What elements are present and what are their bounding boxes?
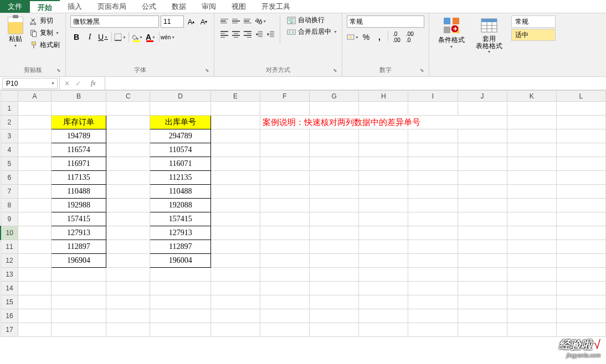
cell[interactable] [18, 185, 51, 199]
row-header-6[interactable]: 6 [1, 171, 18, 185]
formula-input[interactable] [105, 77, 606, 90]
cell[interactable] [458, 199, 507, 212]
col-header-D[interactable]: D [150, 91, 210, 102]
border-button[interactable]: ▼ [114, 31, 126, 43]
alignment-launcher[interactable]: ⬊ [333, 67, 340, 74]
col-header-E[interactable]: E [210, 91, 260, 102]
cell[interactable] [507, 129, 556, 143]
cell[interactable] [106, 143, 150, 157]
cell[interactable] [18, 129, 51, 143]
cell[interactable] [408, 295, 458, 309]
cell[interactable] [310, 268, 359, 282]
row-header-8[interactable]: 8 [1, 199, 18, 212]
cell[interactable] [359, 240, 408, 254]
cell-D8[interactable]: 192088 [150, 199, 210, 212]
cell[interactable] [106, 185, 150, 199]
cell[interactable] [556, 323, 605, 337]
cell[interactable] [106, 268, 150, 282]
cell[interactable] [310, 295, 359, 309]
cell[interactable] [150, 309, 210, 323]
cell[interactable] [106, 240, 150, 254]
cell[interactable] [260, 212, 309, 226]
cell[interactable] [310, 254, 359, 268]
align-left-button[interactable] [219, 29, 230, 40]
cell[interactable] [51, 309, 106, 323]
cell-D6[interactable]: 112135 [150, 171, 210, 185]
cell[interactable] [51, 323, 106, 337]
cell-B8[interactable]: 192988 [51, 199, 106, 212]
cancel-formula-icon[interactable]: ✕ [64, 80, 70, 87]
cell[interactable] [260, 323, 309, 337]
cell-D11[interactable]: 112897 [150, 240, 210, 254]
col-header-F[interactable]: F [260, 91, 309, 102]
cell[interactable] [458, 212, 507, 226]
cell-B10[interactable]: 127913 [51, 226, 106, 240]
cell[interactable] [359, 102, 408, 116]
cell[interactable] [507, 143, 556, 157]
paste-button[interactable]: 粘贴 ▼ [4, 15, 27, 65]
cell[interactable] [458, 323, 507, 337]
phonetic-button[interactable]: wén▼ [162, 31, 174, 43]
cell[interactable] [359, 268, 408, 282]
row-header-1[interactable]: 1 [1, 102, 18, 116]
style-good[interactable]: 适中 [511, 29, 556, 41]
fx-icon[interactable]: fx [86, 79, 100, 87]
cell[interactable] [150, 323, 210, 337]
font-color-button[interactable]: A▼ [145, 31, 157, 43]
select-all-corner[interactable] [1, 91, 18, 102]
cell[interactable] [556, 171, 605, 185]
cell-D4[interactable]: 110574 [150, 143, 210, 157]
cell[interactable] [260, 282, 309, 295]
row-header-3[interactable]: 3 [1, 129, 18, 143]
cell[interactable] [408, 157, 458, 171]
cell[interactable] [210, 171, 260, 185]
cell[interactable] [507, 102, 556, 116]
align-top-button[interactable] [219, 15, 230, 27]
col-header-I[interactable]: I [408, 91, 458, 102]
tab-dev[interactable]: 开发工具 [254, 0, 298, 13]
cell[interactable] [458, 129, 507, 143]
align-bottom-button[interactable] [242, 15, 253, 27]
cell[interactable] [359, 171, 408, 185]
col-header-H[interactable]: H [359, 91, 408, 102]
percent-button[interactable]: % [360, 31, 372, 43]
cell-D3[interactable]: 294789 [150, 129, 210, 143]
cell[interactable] [106, 171, 150, 185]
decrease-decimal-button[interactable]: .00.0 [404, 31, 416, 43]
cell[interactable] [18, 102, 51, 116]
cell-D10[interactable]: 127913 [150, 226, 210, 240]
format-table-button[interactable]: 套用 表格格式 ▼ [471, 15, 507, 75]
cell[interactable] [408, 323, 458, 337]
cell[interactable] [18, 323, 51, 337]
cell[interactable] [359, 199, 408, 212]
cell[interactable] [408, 240, 458, 254]
cell[interactable] [556, 143, 605, 157]
tab-review[interactable]: 审阅 [194, 0, 224, 13]
align-middle-button[interactable] [230, 15, 242, 27]
col-header-B[interactable]: B [51, 91, 106, 102]
row-header-9[interactable]: 9 [1, 212, 18, 226]
cell-B4[interactable]: 116574 [51, 143, 106, 157]
cell[interactable] [18, 226, 51, 240]
spreadsheet-grid[interactable]: A B C D E F G H I J K L 1 2库存订单出库单号案例说明：… [0, 90, 606, 364]
cell[interactable] [260, 240, 309, 254]
cell-D2[interactable]: 出库单号 [150, 116, 210, 129]
cell[interactable] [458, 157, 507, 171]
cell[interactable] [359, 226, 408, 240]
cell[interactable] [210, 309, 260, 323]
cell[interactable] [556, 282, 605, 295]
cell[interactable] [507, 240, 556, 254]
cell[interactable] [556, 102, 605, 116]
cell[interactable] [18, 309, 51, 323]
bold-button[interactable]: B [70, 31, 83, 43]
cell[interactable] [310, 102, 359, 116]
cell[interactable] [507, 323, 556, 337]
cell[interactable] [507, 309, 556, 323]
cell[interactable] [507, 226, 556, 240]
col-header-A[interactable]: A [18, 91, 51, 102]
cell[interactable] [210, 199, 260, 212]
cell[interactable] [458, 309, 507, 323]
cell[interactable] [260, 254, 309, 268]
cell[interactable] [556, 199, 605, 212]
cell[interactable] [210, 282, 260, 295]
